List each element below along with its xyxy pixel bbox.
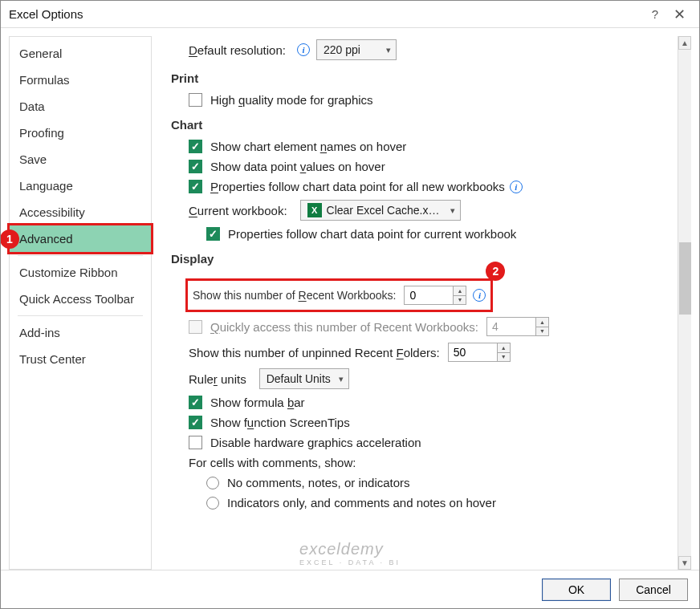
chart-properties-current-row[interactable]: Properties follow chart data point for c…	[206, 227, 683, 241]
scroll-up-icon[interactable]: ▲	[678, 36, 691, 50]
comments-intro-row: For cells with comments, show:	[189, 456, 683, 469]
excel-file-icon: X	[307, 203, 322, 217]
spin-down-icon[interactable]: ▼	[498, 353, 510, 362]
callout-badge-2: 2	[486, 262, 505, 281]
chart-element-names-row[interactable]: Show chart element names on hover Show c…	[189, 140, 683, 153]
ok-button[interactable]: OK	[542, 579, 611, 601]
checkbox-label: Show function ScreenTips	[210, 416, 350, 429]
info-icon[interactable]: i	[510, 181, 523, 193]
current-workbook-row: Current workbook: Current workbook: X Cl…	[189, 200, 683, 221]
checkbox-checked-icon[interactable]	[189, 140, 202, 153]
cancel-button[interactable]: Cancel	[619, 579, 688, 601]
scroll-thumb[interactable]	[679, 242, 691, 315]
sidebar-separator	[18, 255, 143, 256]
sidebar-item-advanced[interactable]: Advanced 1	[7, 223, 153, 254]
section-display-title: Display	[171, 252, 683, 266]
recent-workbooks-label: Show this number of Recent Workbooks:	[193, 289, 396, 302]
checkbox-checked-icon[interactable]	[189, 396, 202, 409]
radio-unchecked-icon[interactable]	[206, 477, 219, 489]
dropdown-value: Default Units	[267, 372, 331, 385]
main-panel: DDefault resolution:efault resolution: i…	[152, 36, 691, 570]
sidebar-item-quick-access-toolbar[interactable]: Quick Access Toolbar	[10, 286, 151, 312]
high-quality-row[interactable]: High quality mode for graphics High qual…	[189, 93, 683, 107]
radio-unchecked-icon[interactable]	[206, 497, 219, 510]
window-title: Excel Options	[9, 7, 83, 21]
scroll-down-icon[interactable]: ▼	[678, 556, 691, 570]
checkbox-unchecked-icon[interactable]	[189, 436, 202, 449]
radio-label: Indicators only, and comments and notes …	[227, 496, 496, 510]
titlebar: Excel Options ? ✕	[1, 1, 699, 28]
checkbox-label: Properties follow chart data point for a…	[210, 180, 505, 193]
checkbox-label: Show formula bar	[210, 396, 305, 409]
current-workbook-dropdown[interactable]: X Clear Excel Cache.x…	[300, 200, 461, 221]
checkbox-unchecked-icon[interactable]	[189, 93, 202, 107]
recent-folders-spinner[interactable]: ▲▼	[448, 343, 511, 362]
sidebar-item-proofing[interactable]: Proofing	[10, 120, 151, 146]
show-formula-bar-row[interactable]: Show formula bar Show formula bar	[189, 396, 683, 409]
info-icon[interactable]: i	[473, 289, 486, 302]
sidebar-item-add-ins[interactable]: Add-ins	[10, 319, 151, 346]
sidebar-item-trust-center[interactable]: Trust Center	[10, 346, 151, 372]
high-quality-label: High quality mode for graphics	[210, 93, 373, 107]
sidebar: General Formulas Data Proofing Save Lang…	[9, 36, 152, 570]
default-resolution-row: DDefault resolution:efault resolution: i…	[189, 39, 683, 60]
sidebar-separator	[18, 315, 143, 316]
ruler-units-dropdown[interactable]: Default Units	[259, 368, 349, 389]
ruler-units-label: Ruler units	[189, 372, 246, 386]
spin-up-icon[interactable]: ▲	[498, 343, 510, 353]
checkbox-label: Show chart element names on hover	[210, 140, 406, 153]
vertical-scrollbar[interactable]: ▲ ▼	[678, 36, 691, 570]
checkbox-label: Properties follow chart data point for c…	[228, 227, 516, 241]
chart-properties-new-row[interactable]: Properties follow chart data point for a…	[189, 180, 683, 193]
dropdown-value: Clear Excel Cache.x…	[327, 204, 440, 217]
chart-data-values-row[interactable]: Show data point values on hover Show dat…	[189, 160, 683, 173]
show-screentips-row[interactable]: Show function ScreenTips Show function S…	[189, 416, 683, 429]
dropdown-value: 220 ppi	[324, 43, 360, 56]
recent-folders-label: Show this number of unpinned Recent Fold…	[189, 346, 440, 359]
current-workbook-label: Current workbook:	[189, 204, 287, 217]
sidebar-item-customize-ribbon[interactable]: Customize Ribbon	[10, 259, 151, 286]
quick-access-spinner: ▲▼	[486, 317, 549, 336]
recent-workbooks-highlight: Show this number of Recent Workbooks: Sh…	[185, 278, 493, 312]
quick-access-input	[487, 318, 535, 335]
sidebar-item-general[interactable]: General	[10, 40, 151, 67]
comments-opt2-row[interactable]: Indicators only, and comments and notes …	[206, 496, 683, 510]
quick-access-recent-row: Quickly access this number of Recent Wor…	[189, 317, 683, 336]
checkbox-checked-icon[interactable]	[189, 160, 202, 173]
disable-hw-row[interactable]: Disable hardware graphics acceleration	[189, 436, 683, 449]
comments-opt1-row[interactable]: No comments, notes, or indicators	[206, 476, 683, 489]
radio-label: No comments, notes, or indicators	[227, 476, 410, 489]
dialog-footer: OK Cancel	[1, 570, 699, 608]
sidebar-item-language[interactable]: Language	[10, 173, 151, 199]
sidebar-item-formulas[interactable]: Formulas	[10, 67, 151, 93]
ruler-units-row: Ruler units Ruler units Default Units	[189, 368, 683, 389]
sidebar-item-data[interactable]: Data	[10, 93, 151, 120]
checkbox-label: Disable hardware graphics acceleration	[210, 436, 421, 449]
default-resolution-dropdown[interactable]: 220 ppi	[316, 39, 397, 60]
recent-workbooks-spinner[interactable]: ▲▼	[404, 286, 466, 305]
checkbox-checked-icon[interactable]	[189, 416, 202, 429]
comments-intro-label: For cells with comments, show:	[189, 456, 356, 469]
section-chart-title: Chart	[171, 118, 683, 132]
recent-workbooks-input[interactable]	[405, 286, 453, 304]
spin-down-icon: ▼	[536, 327, 548, 336]
section-print-title: Print	[171, 71, 683, 85]
default-resolution-label: DDefault resolution:efault resolution:	[189, 43, 286, 57]
sidebar-item-accessibility[interactable]: Accessibility	[10, 199, 151, 225]
close-icon[interactable]: ✕	[667, 6, 691, 23]
sidebar-item-save[interactable]: Save	[10, 146, 151, 173]
checkbox-checked-icon[interactable]	[206, 227, 220, 241]
help-icon[interactable]: ?	[643, 7, 667, 21]
content-area: General Formulas Data Proofing Save Lang…	[1, 28, 699, 570]
callout-badge-1: 1	[0, 229, 19, 249]
checkbox-disabled-icon	[189, 320, 202, 334]
spin-up-icon: ▲	[536, 318, 548, 327]
sidebar-item-label: Advanced	[19, 232, 73, 246]
checkbox-checked-icon[interactable]	[189, 180, 202, 193]
recent-folders-input[interactable]	[449, 343, 497, 361]
checkbox-label: Show data point values on hover	[210, 160, 385, 173]
spin-up-icon[interactable]: ▲	[454, 286, 466, 296]
info-icon[interactable]: i	[297, 43, 310, 56]
spin-down-icon[interactable]: ▼	[454, 296, 466, 305]
checkbox-label: Quickly access this number of Recent Wor…	[210, 320, 478, 334]
